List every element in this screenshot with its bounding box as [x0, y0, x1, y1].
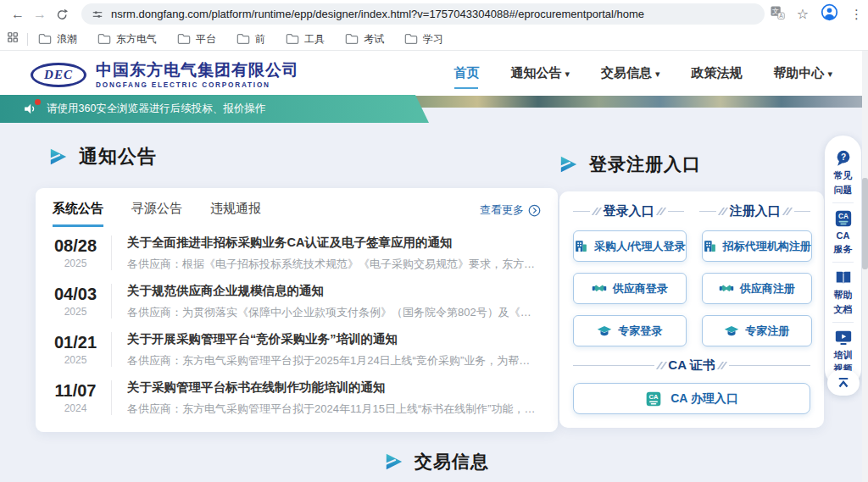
- nav-help-center[interactable]: 帮助中心: [773, 65, 832, 81]
- question-bubble-icon: ?: [834, 149, 853, 168]
- svg-text:?: ?: [840, 152, 845, 162]
- scrollbar-track[interactable]: [862, 51, 868, 482]
- scrollbar-thumb[interactable]: [862, 178, 868, 269]
- notice-title[interactable]: 关于开展采购管理平台“竞价采购业务”培训的通知: [127, 331, 541, 347]
- divider: [111, 332, 112, 367]
- section-arrow-icon: [559, 155, 578, 174]
- notice-row[interactable]: 08/28 2025 关于全面推进非招标采购业务CA认证及电子签章应用的通知 各…: [51, 229, 541, 277]
- expert-login-button[interactable]: 专家登录: [573, 315, 687, 346]
- button-label: 供应商注册: [740, 281, 795, 296]
- sidebar-label: 问题: [834, 185, 853, 197]
- profile-avatar-icon[interactable]: [821, 3, 838, 25]
- apps-grid-icon[interactable]: [7, 31, 19, 47]
- graduation-cap-icon: [724, 324, 739, 339]
- company-name-en: DONGFANG ELECTRIC CORPORATION: [96, 81, 299, 89]
- site-info-icon[interactable]: [92, 8, 103, 20]
- svg-text:A: A: [779, 13, 783, 19]
- bookmark-label: 浪潮: [57, 32, 77, 47]
- bookmark-star-icon[interactable]: ☆: [797, 6, 809, 22]
- expert-register-button[interactable]: 专家注册: [702, 315, 812, 346]
- bookmark-folder[interactable]: 平台: [177, 32, 216, 47]
- register-entry-header: 注册入口: [699, 203, 810, 219]
- bookmark-folder[interactable]: 东方电气: [97, 32, 157, 47]
- company-name-cn: 中国东方电气集团有限公司: [96, 62, 299, 80]
- sidebar-label: 帮助: [834, 290, 853, 302]
- bookmark-folder[interactable]: 学习: [404, 32, 443, 47]
- help-docs-shortcut[interactable]: 帮助 文档: [834, 263, 853, 322]
- back-icon[interactable]: ←: [7, 0, 29, 28]
- notices-card: 系统公告 寻源公告 违规通报 查看更多 08/28 2025 关于全面推进非招标…: [36, 188, 558, 432]
- notice-tabs: 系统公告 寻源公告 违规通报 查看更多: [36, 188, 558, 225]
- bidding-agency-register-button[interactable]: 招标代理机构注册: [702, 230, 812, 262]
- login-title: 登录注册入口: [589, 152, 701, 176]
- notice-date-md: 11/07: [51, 381, 100, 401]
- site-header: DEC 中国东方电气集团有限公司 DONGFANG ELECTRIC CORPO…: [0, 51, 868, 96]
- bookmarks-separator: [27, 33, 28, 46]
- login-entry-header: 登录入口: [573, 203, 684, 219]
- sidebar-label: CA: [837, 230, 850, 242]
- forward-icon[interactable]: →: [29, 0, 51, 28]
- notice-title[interactable]: 关于全面推进非招标采购业务CA认证及电子签章应用的通知: [127, 235, 541, 251]
- divider: [111, 235, 112, 270]
- notice-title[interactable]: 关于采购管理平台标书在线制作功能培训的通知: [127, 380, 541, 396]
- bookmark-folder[interactable]: 考试: [345, 32, 384, 47]
- faq-shortcut[interactable]: ? 常见 问题: [834, 143, 853, 202]
- nav-notices[interactable]: 通知公告: [510, 65, 570, 81]
- svg-text:CA: CA: [838, 213, 849, 220]
- folder-icon: [38, 33, 52, 45]
- notice-row[interactable]: 04/03 2025 关于规范供应商企业规模信息的通知 各供应商：为贯彻落实《保…: [51, 277, 541, 325]
- folder-icon: [286, 33, 299, 45]
- ca-apply-button[interactable]: CA CA 办理入口: [573, 383, 810, 414]
- bookmark-label: 工具: [304, 32, 325, 47]
- supplier-register-button[interactable]: 供应商注册: [702, 273, 812, 304]
- button-label: 专家登录: [618, 324, 662, 339]
- url-bar[interactable]: nsrm.dongfang.com/platform/runtime/epp/d…: [81, 3, 765, 25]
- ca-cert-label: CA 证书: [668, 357, 715, 374]
- bookmark-label: 考试: [364, 32, 384, 47]
- divider: [111, 284, 112, 319]
- sidebar-label: 常见: [834, 170, 853, 182]
- button-label: 供应商登录: [613, 281, 668, 296]
- section-arrow-icon: [385, 452, 403, 471]
- company-logo[interactable]: DEC 中国东方电气集团有限公司 DONGFANG ELECTRIC CORPO…: [31, 62, 299, 89]
- notice-date: 11/07 2024: [51, 381, 100, 414]
- main-navigation: 首页 通知公告 交易信息 政策法规 帮助中心: [453, 51, 832, 96]
- ca-service-shortcut[interactable]: CA CA 服务: [834, 203, 853, 263]
- notice-row[interactable]: 01/21 2025 关于开展采购管理平台“竞价采购业务”培训的通知 各供应商：…: [51, 325, 541, 374]
- url-text: nsrm.dongfang.com/platform/runtime/epp/d…: [111, 8, 644, 20]
- bookmark-folder[interactable]: 浪潮: [38, 32, 77, 47]
- ribbon-text: 请使用360安全浏览器进行后续投标、报价操作: [47, 102, 265, 116]
- bookmark-label: 学习: [423, 32, 443, 47]
- view-more-label: 查看更多: [480, 202, 524, 218]
- supplier-login-button[interactable]: 供应商登录: [573, 273, 687, 304]
- nav-home[interactable]: 首页: [453, 65, 479, 81]
- nav-policies[interactable]: 政策法规: [691, 65, 742, 81]
- purchaser-agent-login-button[interactable]: 采购人/代理人登录: [573, 230, 687, 262]
- trade-title: 交易信息: [415, 450, 489, 474]
- building-icon: [574, 239, 588, 253]
- reload-icon[interactable]: [51, 0, 73, 28]
- bookmark-folder[interactable]: 前: [236, 32, 265, 47]
- view-more-link[interactable]: 查看更多: [480, 202, 541, 218]
- translate-icon[interactable]: 文A: [770, 5, 785, 24]
- notice-row[interactable]: 11/07 2024 关于采购管理平台标书在线制作功能培训的通知 各供应商：东方…: [51, 374, 541, 422]
- notice-title[interactable]: 关于规范供应商企业规模信息的通知: [127, 283, 541, 299]
- trade-section-heading: 交易信息: [385, 450, 489, 474]
- back-to-top-button[interactable]: [827, 370, 860, 396]
- notice-date-year: 2025: [51, 354, 100, 366]
- ca-cert-header: CA 证书: [573, 357, 810, 374]
- sidebar-label: 服务: [834, 244, 853, 256]
- login-register-panel: 登录入口 注册入口 采购人/代理人登录 招标代理机构注册 供应商登录: [559, 191, 824, 428]
- folder-icon: [345, 33, 359, 45]
- folder-icon: [97, 33, 111, 45]
- nav-trade-info[interactable]: 交易信息: [601, 65, 660, 81]
- button-label: 采购人/代理人登录: [594, 239, 686, 254]
- screen: ← → nsrm.dongfang.com/platform/runtime/e…: [0, 0, 868, 482]
- bookmark-folder[interactable]: 工具: [286, 32, 325, 47]
- notices-title: 通知公告: [79, 144, 157, 169]
- tab-system-notices[interactable]: 系统公告: [53, 201, 103, 227]
- tab-violation-reports[interactable]: 违规通报: [210, 201, 261, 224]
- tab-sourcing-notices[interactable]: 寻源公告: [131, 201, 182, 224]
- browser-menu-icon[interactable]: ⋮: [850, 7, 863, 22]
- login-section-heading: 登录注册入口: [559, 152, 701, 176]
